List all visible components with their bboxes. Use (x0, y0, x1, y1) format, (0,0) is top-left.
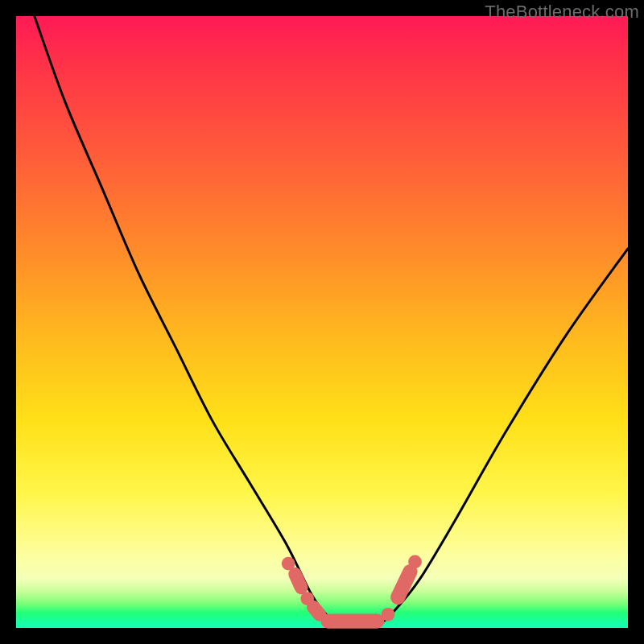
curve-marker-dot (408, 555, 422, 569)
bottleneck-curve (35, 16, 628, 629)
curve-marker-capsule (295, 574, 302, 588)
chart-svg (16, 16, 628, 628)
curve-marker-capsule (313, 607, 320, 614)
chart-marker-layer (282, 555, 422, 621)
chart-curve-layer (35, 16, 628, 629)
watermark-text: TheBottleneck.com (485, 2, 639, 23)
chart-frame (16, 16, 628, 628)
chart-plot-area (16, 16, 628, 628)
curve-marker-dot (382, 608, 395, 621)
